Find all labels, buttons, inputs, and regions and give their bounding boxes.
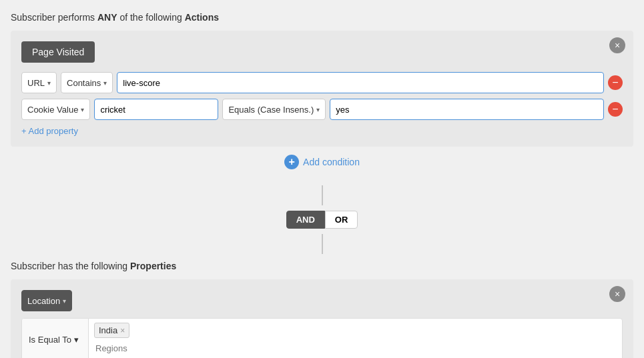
location-arrow-icon: ▾ [63, 297, 66, 305]
tag-row: India × [94, 323, 617, 338]
cookie-type-arrow-icon: ▾ [81, 106, 84, 113]
action-card: × Page Visited URL ▾ Contains ▾ − Cookie… [11, 31, 633, 147]
remove-url-row-button[interactable]: − [608, 75, 623, 90]
close-action-button[interactable]: × [609, 37, 625, 53]
url-value-input[interactable] [117, 72, 604, 93]
url-type-arrow-icon: ▾ [47, 79, 51, 87]
remove-cookie-row-button[interactable]: − [608, 102, 623, 117]
is-equal-to-dropdown[interactable]: Is Equal To ▾ [22, 319, 89, 358]
location-dropdown[interactable]: Location ▾ [21, 290, 72, 311]
cookie-type-dropdown[interactable]: Cookie Value ▾ [21, 99, 90, 120]
url-type-dropdown[interactable]: URL ▾ [21, 72, 57, 93]
or-button[interactable]: OR [325, 211, 358, 229]
and-button[interactable]: AND [286, 211, 325, 229]
url-operator-arrow-icon: ▾ [103, 79, 107, 87]
add-condition-icon: + [284, 155, 299, 169]
cookie-row: Cookie Value ▾ Equals (Case Insens.) ▾ − [21, 99, 623, 120]
is-equal-arrow-icon: ▾ [74, 335, 79, 345]
url-operator-dropdown[interactable]: Contains ▾ [61, 72, 113, 93]
cookie-operator-dropdown[interactable]: Equals (Case Insens.) ▾ [222, 99, 326, 120]
actions-title: Subscriber performs ANY of the following… [11, 12, 633, 23]
cookie-operator-arrow-icon: ▾ [316, 106, 320, 113]
connector-buttons: AND OR [286, 211, 358, 229]
close-properties-button[interactable]: × [609, 286, 625, 302]
cookie-value-input[interactable] [330, 99, 604, 120]
tags-cell: India × [89, 319, 622, 358]
properties-title: Subscriber has the following Properties [11, 261, 633, 271]
location-inner-card: Is Equal To ▾ India × [21, 318, 623, 358]
vertical-connector-top [0, 185, 644, 205]
add-property-button[interactable]: + Add property [21, 126, 78, 136]
actions-section: Subscriber performs ANY of the following… [0, 5, 644, 185]
regions-input[interactable] [94, 341, 617, 356]
cookie-property-input[interactable] [94, 99, 218, 120]
india-tag: India × [94, 323, 129, 338]
properties-card: × Location ▾ Is Equal To ▾ India [11, 279, 633, 358]
add-condition-row: + Add condition [11, 147, 633, 175]
page-wrapper: Subscriber performs ANY of the following… [0, 0, 644, 358]
page-visited-button[interactable]: Page Visited [21, 41, 95, 63]
india-tag-remove-button[interactable]: × [120, 326, 125, 335]
properties-section: Subscriber has the following Properties … [0, 254, 644, 358]
add-condition-button[interactable]: + Add condition [284, 155, 360, 169]
location-row: Is Equal To ▾ India × [22, 319, 622, 358]
url-row: URL ▾ Contains ▾ − [21, 72, 623, 93]
connector-row: AND OR [0, 205, 644, 234]
vertical-connector-bottom [0, 234, 644, 254]
